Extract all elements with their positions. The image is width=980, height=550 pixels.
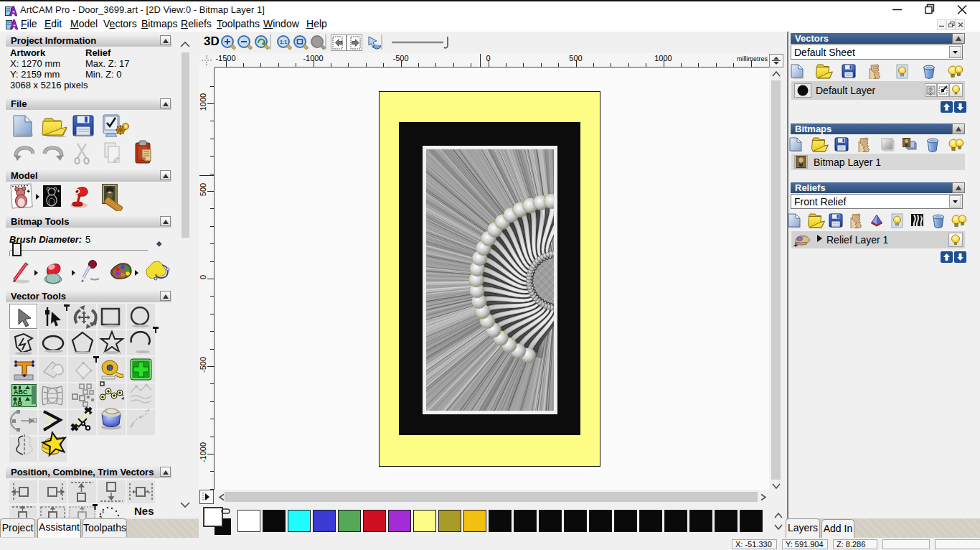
svg-text:ABC: ABC <box>14 388 28 396</box>
svg-text:Nes: Nes <box>134 505 154 517</box>
svg-text:+: + <box>793 241 798 248</box>
svg-text:1:1: 1:1 <box>280 39 287 45</box>
svg-text:AB: AB <box>13 400 22 407</box>
svg-text:a: a <box>101 509 105 514</box>
